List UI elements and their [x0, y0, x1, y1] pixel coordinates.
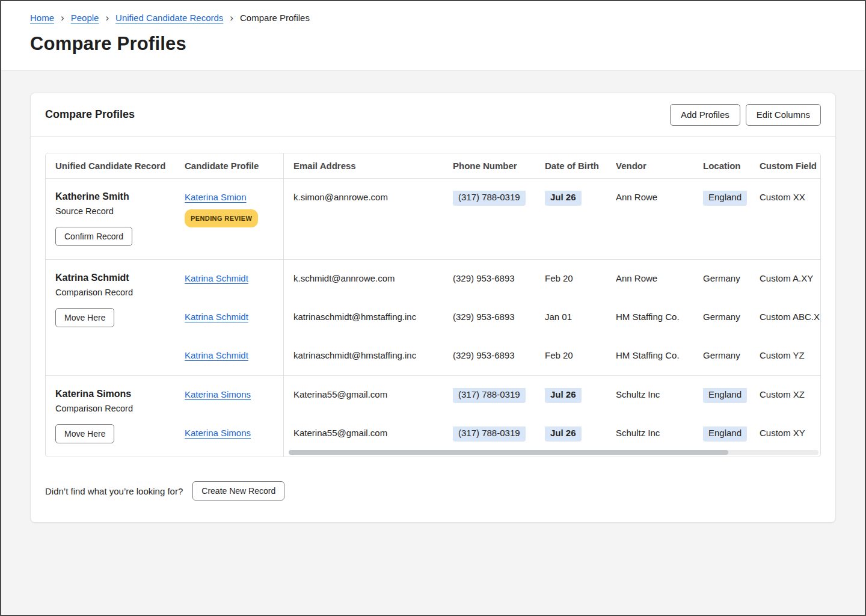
candidate-profile-cell: Katerina Simons — [175, 388, 283, 401]
breadcrumb-link-home[interactable]: Home — [30, 13, 54, 23]
breadcrumb-link-people[interactable]: People — [71, 13, 99, 23]
breadcrumb-current: Compare Profiles — [240, 13, 310, 23]
record-type: Comparison Record — [55, 404, 165, 413]
location-cell: Germany — [693, 272, 754, 285]
create-new-record-button[interactable]: Create New Record — [192, 481, 284, 500]
record-group-katerina-simons: Katerina Simons Comparison Record Move H… — [46, 375, 820, 457]
dob-highlight: Jul 26 — [545, 427, 582, 442]
candidate-profile-link[interactable]: Katerina Simons — [185, 427, 251, 440]
email-cell: katrinaschmidt@hmstaffing.inc — [283, 310, 447, 324]
scrollbar-thumb[interactable] — [289, 450, 728, 455]
chevron-right-icon: › — [61, 13, 64, 23]
profile-rows: Katerina Smion PENDING REVIEW k.simon@an… — [175, 179, 820, 259]
dob-highlight: Jul 26 — [545, 388, 582, 403]
custom-field-cell: Custom A.XY — [754, 272, 820, 285]
location-cell: Germany — [693, 349, 754, 362]
vendor-cell: HM Staffing Co. — [606, 349, 693, 362]
location-cell: England — [693, 427, 754, 442]
dob-cell: Jul 26 — [540, 191, 606, 206]
location-highlight: England — [703, 388, 747, 403]
column-header-vendor: Vendor — [606, 159, 693, 173]
candidate-profile-link[interactable]: Katerina Smion — [185, 191, 247, 204]
pending-review-badge: PENDING REVIEW — [185, 209, 258, 227]
column-header-phone: Phone Number — [447, 159, 540, 173]
location-highlight: England — [703, 191, 747, 206]
app-window: Home › People › Unified Candidate Record… — [0, 0, 866, 616]
candidate-profile-cell: Katerina Smion PENDING REVIEW — [175, 191, 283, 227]
profile-row: Katerina Simons Katerina55@gmail.com (31… — [175, 376, 820, 414]
card-actions: Add Profiles Edit Columns — [670, 104, 821, 126]
candidate-profile-link[interactable]: Katerina Simons — [185, 388, 251, 401]
custom-field-cell: Custom XY — [754, 427, 820, 440]
candidate-profile-cell: Katrina Schmidt — [175, 349, 283, 362]
phone-highlight: (317) 788-0319 — [453, 388, 526, 403]
candidate-profile-link[interactable]: Katrina Schmidt — [185, 272, 248, 285]
vendor-cell: Schultz Inc — [606, 388, 693, 401]
record-name: Katerina Simons — [55, 388, 165, 400]
unified-record-cell: Katrina Schmidt Comparison Record Move H… — [46, 260, 175, 375]
compare-table: Unified Candidate Record Candidate Profi… — [45, 153, 821, 457]
candidate-profile-cell: Katrina Schmidt — [175, 310, 283, 324]
profile-rows: Katrina Schmidt k.schmidt@annrowe.com (3… — [175, 260, 820, 375]
column-header-location: Location — [693, 159, 754, 173]
record-name: Katherine Smith — [55, 191, 165, 203]
email-cell: k.simon@annrowe.com — [283, 191, 447, 204]
profile-row: Katerina Smion PENDING REVIEW k.simon@an… — [175, 179, 820, 227]
page-title: Compare Profiles — [30, 33, 836, 55]
chevron-right-icon: › — [230, 13, 233, 23]
email-cell: k.schmidt@annrowe.com — [283, 272, 447, 285]
compare-profiles-card: Compare Profiles Add Profiles Edit Colum… — [30, 93, 836, 523]
profile-row: Katrina Schmidt k.schmidt@annrowe.com (3… — [175, 260, 820, 298]
profile-row: Katrina Schmidt katrinaschmidt@hmstaffin… — [175, 337, 820, 375]
record-group-katrina-schmidt: Katrina Schmidt Comparison Record Move H… — [46, 259, 820, 375]
email-cell: Katerina55@gmail.com — [283, 427, 447, 440]
move-here-button[interactable]: Move Here — [55, 308, 114, 327]
phone-cell: (329) 953-6893 — [447, 310, 540, 324]
edit-columns-button[interactable]: Edit Columns — [746, 104, 821, 126]
phone-cell: (317) 788-0319 — [447, 388, 540, 403]
card-footer: Didn’t find what you’re looking for? Cre… — [45, 481, 821, 500]
vendor-cell: Ann Rowe — [606, 272, 693, 285]
phone-highlight: (317) 788-0319 — [453, 191, 526, 206]
profile-rows: Katerina Simons Katerina55@gmail.com (31… — [175, 376, 820, 457]
record-type: Comparison Record — [55, 288, 165, 297]
horizontal-scrollbar[interactable] — [289, 450, 818, 455]
column-divider — [283, 153, 284, 457]
vendor-cell: Schultz Inc — [606, 427, 693, 440]
custom-field-cell: Custom ABC.X — [754, 310, 820, 324]
phone-cell: (317) 788-0319 — [447, 191, 540, 206]
column-header-candidate-profile: Candidate Profile — [175, 159, 283, 173]
custom-field-cell: Custom XZ — [754, 388, 820, 401]
custom-field-cell: Custom XX — [754, 191, 820, 204]
dob-highlight: Jul 26 — [545, 191, 582, 206]
page-header: Home › People › Unified Candidate Record… — [1, 1, 865, 71]
column-header-dob: Date of Birth — [540, 159, 606, 173]
confirm-record-button[interactable]: Confirm Record — [55, 227, 132, 246]
record-group-katherine-smith: Katherine Smith Source Record Confirm Re… — [46, 179, 820, 259]
dob-cell: Feb 20 — [540, 349, 606, 362]
candidate-profile-link[interactable]: Katrina Schmidt — [185, 349, 248, 362]
card-body: Unified Candidate Record Candidate Profi… — [31, 137, 835, 522]
dob-cell: Jan 01 — [540, 310, 606, 324]
candidate-profile-link[interactable]: Katrina Schmidt — [185, 310, 248, 324]
location-cell: Germany — [693, 310, 754, 324]
add-profiles-button[interactable]: Add Profiles — [670, 104, 740, 126]
chevron-right-icon: › — [105, 13, 109, 23]
breadcrumb: Home › People › Unified Candidate Record… — [30, 13, 836, 23]
move-here-button[interactable]: Move Here — [55, 424, 114, 443]
profile-row: Katerina Simons Katerina55@gmail.com (31… — [175, 414, 820, 453]
location-cell: England — [693, 388, 754, 403]
unified-record-cell: Katerina Simons Comparison Record Move H… — [46, 376, 175, 457]
email-cell: katrinaschmidt@hmstaffing.inc — [283, 349, 447, 362]
phone-cell: (329) 953-6893 — [447, 349, 540, 362]
page-content: Compare Profiles Add Profiles Edit Colum… — [1, 71, 865, 544]
vendor-cell: HM Staffing Co. — [606, 310, 693, 324]
dob-cell: Jul 26 — [540, 388, 606, 403]
profile-row: Katrina Schmidt katrinaschmidt@hmstaffin… — [175, 298, 820, 337]
candidate-profile-cell: Katrina Schmidt — [175, 272, 283, 285]
breadcrumb-link-unified-candidate-records[interactable]: Unified Candidate Records — [115, 13, 223, 23]
dob-cell: Feb 20 — [540, 272, 606, 285]
card-header: Compare Profiles Add Profiles Edit Colum… — [31, 93, 835, 137]
table-header-row: Unified Candidate Record Candidate Profi… — [46, 153, 820, 179]
card-title: Compare Profiles — [45, 108, 135, 121]
